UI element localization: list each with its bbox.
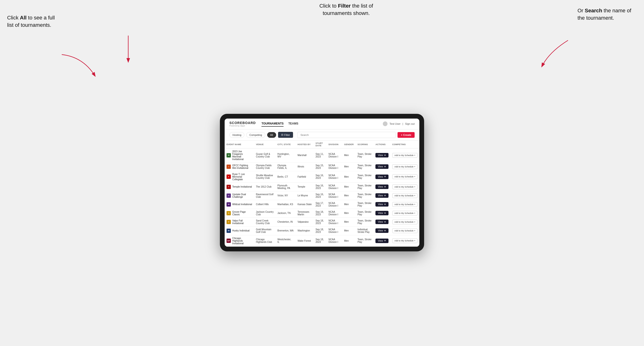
competing-cell-7: Add to My Schedule + <box>390 217 419 226</box>
view-btn-2[interactable]: View 👁 <box>376 174 388 179</box>
hosting-btn[interactable]: Hosting <box>230 132 244 138</box>
scoring-cell-7: Team, Stroke Play <box>356 217 374 226</box>
venue-cell-3: The 1912 Club <box>254 182 276 191</box>
city-state-cell-3: Plymouth Meeting, PA <box>276 182 296 191</box>
add-schedule-btn-8[interactable]: Add to My Schedule + <box>392 228 418 233</box>
gender-cell-0: Men <box>342 148 356 162</box>
hosted-by-cell-6: Tennessee-Martin <box>296 209 314 217</box>
division-cell-8: NCAA Division I <box>326 226 342 235</box>
col-hosted-by: HOSTED BY <box>296 141 314 149</box>
table-row: W Wildcat Invitational Colbert Hills Man… <box>225 200 419 209</box>
eye-icon-7: 👁 <box>384 221 386 223</box>
venue-cell-6: Jackson Country Club <box>254 209 276 217</box>
col-scoring: SCORING <box>356 141 374 149</box>
competing-btn[interactable]: Competing <box>246 132 265 138</box>
hosted-by-cell-4: Le Moyne <box>296 191 314 200</box>
tablet-frame: SCOREBOARD Powered by clippd TOURNAMENTS… <box>220 114 424 251</box>
add-schedule-btn-5[interactable]: Add to My Schedule + <box>392 202 418 207</box>
table-row: F Ryan T. Lee Memorial Collegiate Shuttl… <box>225 171 419 182</box>
table-row: I OFCC Fighting Illini Invitational Olym… <box>225 162 419 171</box>
view-btn-8[interactable]: View 👁 <box>376 228 388 233</box>
start-date-cell-1: Sep 15, 2023 <box>314 162 327 171</box>
start-date-cell-0: Sep 11, 2023 <box>314 148 327 162</box>
sign-out-link[interactable]: Sign out <box>405 122 414 125</box>
city-state-cell-6: Jackson, TN <box>276 209 296 217</box>
city-state-cell-5: Manhattan, KS <box>276 200 296 209</box>
event-name-cell-1: I OFCC Fighting Illini Invitational <box>225 162 254 171</box>
actions-cell-4: View 👁 <box>374 191 390 200</box>
view-btn-5[interactable]: View 👁 <box>376 202 388 206</box>
add-schedule-label-9: Add to My Schedule + <box>394 239 415 242</box>
add-schedule-label-5: Add to My Schedule + <box>394 203 415 206</box>
view-label-6: View <box>378 212 383 214</box>
event-name-text-4: Upstate Dual Challenge <box>232 193 252 198</box>
add-schedule-btn-6[interactable]: Add to My Schedule + <box>392 211 418 216</box>
scoring-cell-1: Team, Stroke Play <box>356 162 374 171</box>
event-name-text-9: Chicago Highlands Invitational <box>232 237 252 245</box>
table-row: T Temple Invitational The 1912 Club Plym… <box>225 182 419 191</box>
eye-icon-9: 👁 <box>384 239 386 242</box>
logo-sub: Powered by clippd <box>230 125 256 127</box>
all-btn[interactable]: All <box>267 132 276 138</box>
tournaments-table: EVENT NAME VENUE CITY, STATE HOSTED BY S… <box>225 141 419 247</box>
city-state-cell-1: Olympia Fields, IL <box>276 162 296 171</box>
actions-cell-0: View 👁 <box>374 148 390 162</box>
col-actions: ACTIONS <box>374 141 390 149</box>
view-btn-3[interactable]: View 👁 <box>376 184 388 189</box>
add-schedule-btn-2[interactable]: Add to My Schedule + <box>392 174 418 179</box>
add-schedule-btn-0[interactable]: Add to My Schedule + <box>392 153 418 158</box>
add-schedule-btn-7[interactable]: Add to My Schedule + <box>392 220 418 224</box>
search-input[interactable] <box>297 132 396 138</box>
start-date-cell-8: Sep 18, 2023 <box>314 226 327 235</box>
annotation-topright: Or Search the name of the tournament. <box>578 7 639 22</box>
venue-cell-9: Chicago Highlands Club <box>254 235 276 246</box>
col-city-state: CITY, STATE <box>276 141 296 149</box>
start-date-cell-4: Sep 16, 2023 <box>314 191 327 200</box>
search-box <box>297 132 396 138</box>
view-label-5: View <box>378 203 383 206</box>
view-btn-6[interactable]: View 👁 <box>376 211 388 215</box>
team-logo-7: V <box>226 220 231 224</box>
create-btn[interactable]: + Create <box>398 132 414 138</box>
add-schedule-btn-4[interactable]: Add to My Schedule + <box>392 193 418 198</box>
col-division: DIVISION <box>326 141 342 149</box>
eye-icon-4: 👁 <box>384 194 386 197</box>
add-schedule-btn-1[interactable]: Add to My Schedule + <box>392 164 418 169</box>
filter-btn[interactable]: ⊟ Filter <box>278 132 293 138</box>
team-logo-5: W <box>226 202 231 206</box>
view-btn-4[interactable]: View 👁 <box>376 193 388 198</box>
view-btn-9[interactable]: View 👁 <box>376 239 388 243</box>
table-row: U Upstate Dual Challenge Ravenwood Golf … <box>225 191 419 200</box>
eye-icon-3: 👁 <box>384 186 386 188</box>
eye-icon-6: 👁 <box>384 212 386 214</box>
nav-tab-teams[interactable]: TEAMS <box>288 121 298 127</box>
competing-cell-6: Add to My Schedule + <box>390 209 419 217</box>
actions-cell-6: View 👁 <box>374 209 390 217</box>
view-label-3: View <box>378 185 383 188</box>
add-schedule-btn-3[interactable]: Add to My Schedule + <box>392 184 418 189</box>
add-schedule-label-6: Add to My Schedule + <box>394 212 415 214</box>
view-btn-1[interactable]: View 👁 <box>376 164 388 169</box>
col-event-name: EVENT NAME <box>225 141 254 149</box>
actions-cell-5: View 👁 <box>374 200 390 209</box>
actions-cell-1: View 👁 <box>374 162 390 171</box>
filter-bar: Hosting Competing All ⊟ Filter + Create <box>225 130 419 141</box>
event-name-cell-4: U Upstate Dual Challenge <box>225 191 254 200</box>
city-state-cell-2: Berlin, CT <box>276 171 296 182</box>
header-right: Test User | Sign out <box>383 121 414 126</box>
add-schedule-btn-9[interactable]: Add to My Schedule + <box>392 238 418 243</box>
view-btn-7[interactable]: View 👁 <box>376 220 388 224</box>
scoring-cell-9: Team, Stroke Play <box>356 235 374 246</box>
hosted-by-cell-1: Illinois <box>296 162 314 171</box>
city-state-cell-0: Huntington, WV <box>276 148 296 162</box>
division-cell-3: NCAA Division I <box>326 182 342 191</box>
view-btn-0[interactable]: View 👁 <box>376 153 388 158</box>
eye-icon-5: 👁 <box>384 203 386 206</box>
competing-cell-0: Add to My Schedule + <box>390 148 419 162</box>
event-name-cell-3: T Temple Invitational <box>225 182 254 191</box>
competing-cell-2: Add to My Schedule + <box>390 171 419 182</box>
annotation-topleft: Click All to see a full list of tourname… <box>7 14 59 29</box>
nav-tab-tournaments[interactable]: TOURNAMENTS <box>262 121 284 127</box>
event-name-text-3: Temple Invitational <box>232 185 252 188</box>
view-label-7: View <box>378 220 383 223</box>
